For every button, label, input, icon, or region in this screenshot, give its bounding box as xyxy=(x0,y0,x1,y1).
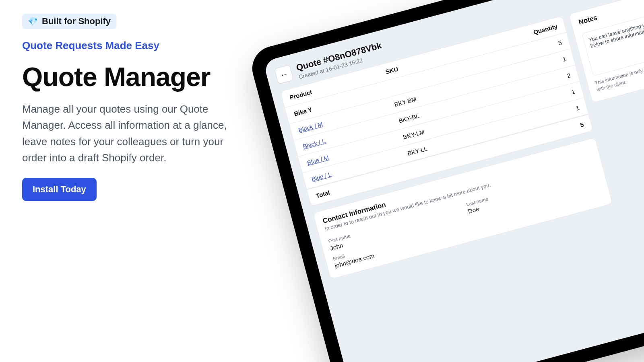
install-button[interactable]: Install Today xyxy=(22,178,97,201)
variant-link[interactable]: Blue / L xyxy=(311,171,332,183)
diamond-icon: 💎 xyxy=(28,16,38,26)
page-title: Quote Manager xyxy=(22,62,248,92)
arrow-left-icon: ← xyxy=(279,69,289,80)
variant-link[interactable]: Black / M xyxy=(297,121,323,134)
back-button[interactable]: ← xyxy=(274,65,294,84)
tagline: Quote Requests Made Easy xyxy=(22,39,248,52)
shopify-badge: 💎 Built for Shopify xyxy=(22,14,116,29)
tablet-mockup: ← Quote #O8nO878Vbk Created at 16-01-23 … xyxy=(247,0,644,362)
lead-copy: Manage all your quotes using our Quote M… xyxy=(22,101,248,166)
shopify-badge-label: Built for Shopify xyxy=(42,16,111,27)
variant-link[interactable]: Blue / M xyxy=(306,154,330,167)
variant-link[interactable]: Black / L xyxy=(302,137,326,150)
